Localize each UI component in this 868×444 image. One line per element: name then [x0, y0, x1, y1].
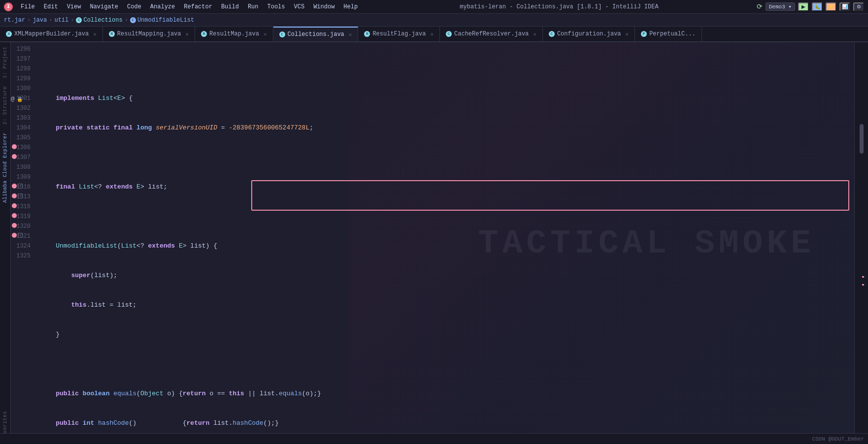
change-marker-1310 [12, 184, 17, 189]
menu-edit[interactable]: Edit [40, 2, 62, 11]
tab-close-xml[interactable]: ✕ [93, 31, 97, 37]
run-config-select[interactable]: Demo3 ▾ [766, 2, 795, 11]
code-line-1305 [40, 359, 854, 369]
editor[interactable]: TACTICAL SMOKE 1296 1297 1298 1299 1300 … [11, 42, 854, 444]
gutter-1298: 1298 [11, 64, 33, 74]
breadcrumb-sep4: › [125, 17, 128, 24]
breadcrumb: rt.jar › java › util › C Collections › C… [0, 14, 868, 27]
code-editor-content[interactable]: implements List<E> { private static fina… [36, 42, 854, 444]
code-area: 1296 1297 1298 1299 1300 @ 🔒 1301 1302 1… [11, 42, 854, 444]
breadcrumb-util[interactable]: util [54, 17, 68, 24]
tab-icon-perp: P [641, 31, 647, 37]
tab-resultmapping[interactable]: R ResultMapping.java ✕ [103, 27, 195, 41]
change-marker-1306 [12, 144, 17, 149]
run-button[interactable]: ▶ [798, 2, 809, 11]
expand-1321[interactable]: + [18, 233, 23, 238]
gutter-1316: 1316 [11, 202, 33, 212]
settings-button[interactable]: ⚙ [853, 2, 864, 11]
tab-resultflag[interactable]: R ResultFlag.java ✕ [358, 27, 440, 41]
gutter-at-1301: @ [11, 95, 15, 104]
coverage-button[interactable]: 📊 [839, 2, 850, 11]
change-marker-1313 [12, 193, 17, 198]
gutter-1307: 1307 [11, 153, 33, 162]
gutter-1304: 1304 [11, 123, 33, 133]
scrollbar-thumb[interactable] [860, 124, 864, 154]
menu-code[interactable]: Code [123, 2, 145, 11]
sync-icon: ⟳ [757, 2, 763, 11]
tab-close-rm[interactable]: ✕ [185, 31, 189, 37]
tab-icon-xml: X [6, 31, 12, 37]
gutter-1305: 1305 [11, 133, 33, 143]
tab-configuration[interactable]: C Configuration.java ✕ [543, 27, 635, 41]
tab-xmlmapperbuilder[interactable]: X XMLMapperBuilder.java ✕ [0, 27, 103, 41]
gutter-1301: @ 🔒 1301 [11, 94, 33, 103]
menu-run[interactable]: Run [244, 2, 263, 11]
menu-window[interactable]: Window [309, 2, 338, 11]
gutter-1308: 1308 [11, 162, 33, 172]
breadcrumb-rtjar[interactable]: rt.jar [4, 17, 25, 24]
tab-close-rf[interactable]: ✕ [430, 31, 434, 37]
menu-refactor[interactable]: Refactor [180, 2, 216, 11]
change-marker-1307 [12, 154, 17, 159]
tabs-row: X XMLMapperBuilder.java ✕ R ResultMappin… [0, 27, 868, 42]
tab-icon-crr: C [446, 31, 452, 37]
breadcrumb-sep3: › [70, 17, 74, 24]
gutter-1324: 1324 [11, 241, 33, 251]
tab-collections[interactable]: C Collections.java ✕ [273, 27, 359, 41]
main-area: 1: Project 2: Structure Alibaba Cloud Ex… [0, 42, 868, 444]
expand-1313[interactable]: + [18, 193, 23, 198]
gutter-1297: 1297 [11, 54, 33, 64]
code-line-1303: this.list = list; [40, 300, 854, 310]
breadcrumb-unmodifiable[interactable]: C UnmodifiableList [130, 17, 194, 24]
tab-icon-collections: C [279, 32, 285, 37]
menu-view[interactable]: View [63, 2, 85, 11]
change-marker-1319 [12, 213, 17, 218]
menu-analyze[interactable]: Analyze [146, 2, 179, 11]
vtab-cloud[interactable]: Alibaba Cloud Explorer [1, 128, 9, 207]
tab-close-conf[interactable]: ✕ [626, 31, 629, 37]
gutter-1299: 1299 [11, 74, 33, 84]
breadcrumb-sep1: › [27, 17, 31, 24]
tab-icon-rmap: R [201, 31, 207, 37]
tab-close-crr[interactable]: ✕ [533, 31, 536, 37]
debug-button[interactable]: 🐛 [812, 2, 823, 11]
code-line-1304: } [40, 330, 854, 340]
code-line-1298 [40, 153, 854, 162]
status-csdn: CSDN @GDUT_Ember [812, 436, 864, 442]
status-bar: CSDN @GDUT_Ember [0, 433, 868, 444]
breadcrumb-sep2: › [49, 17, 52, 24]
profile-button[interactable]: ⚡ [826, 2, 836, 11]
tab-perpetual[interactable]: P PerpetualC... [635, 27, 702, 41]
expand-1310[interactable]: + [18, 184, 23, 189]
menu-file[interactable]: File [17, 2, 39, 11]
gutter-1306: 1306 [11, 143, 33, 153]
tab-close-collections[interactable]: ✕ [349, 32, 352, 38]
status-right: CSDN @GDUT_Ember [812, 436, 864, 442]
gutter-1321: + 1321 [11, 231, 33, 241]
menu-vcs[interactable]: VCS [290, 2, 309, 11]
code-line-1300 [40, 212, 854, 222]
menu-tools[interactable]: Tools [264, 2, 289, 11]
code-line-1297: private static final long serialVersionU… [40, 123, 854, 133]
collections-icon: C [76, 17, 82, 23]
scrollbar-track [859, 44, 864, 444]
gutter-1310: + 1310 [11, 182, 33, 192]
vtab-project[interactable]: 1: Project [1, 42, 9, 82]
tab-resultmap[interactable]: R ResultMap.java ✕ [195, 27, 273, 41]
menu-help[interactable]: Help [339, 2, 362, 11]
vtab-structure[interactable]: 2: Structure [1, 82, 9, 128]
gutter-1313: + 1313 [11, 192, 33, 202]
menu-build[interactable]: Build [217, 2, 243, 11]
line-numbers: 1296 1297 1298 1299 1300 @ 🔒 1301 1302 1… [11, 42, 36, 444]
code-line-1307: public int hashCode() {return list.hashC… [40, 418, 854, 428]
app-logo: I [4, 2, 13, 11]
tab-icon-conf: C [549, 31, 555, 37]
menu-navigate[interactable]: Navigate [86, 2, 122, 11]
breadcrumb-java[interactable]: java [33, 17, 47, 24]
breadcrumb-collections[interactable]: C Collections [76, 17, 122, 24]
tab-cacherefresolver[interactable]: C CacheRefResolver.java ✕ [440, 27, 543, 41]
scrollbar-error-2 [862, 284, 864, 285]
tab-close-rmap[interactable]: ✕ [264, 31, 267, 37]
code-line-1299: final List<? extends E> list; [40, 182, 854, 192]
toolbar-right: ⟳ Demo3 ▾ ▶ 🐛 ⚡ 📊 ⚙ [757, 2, 864, 11]
